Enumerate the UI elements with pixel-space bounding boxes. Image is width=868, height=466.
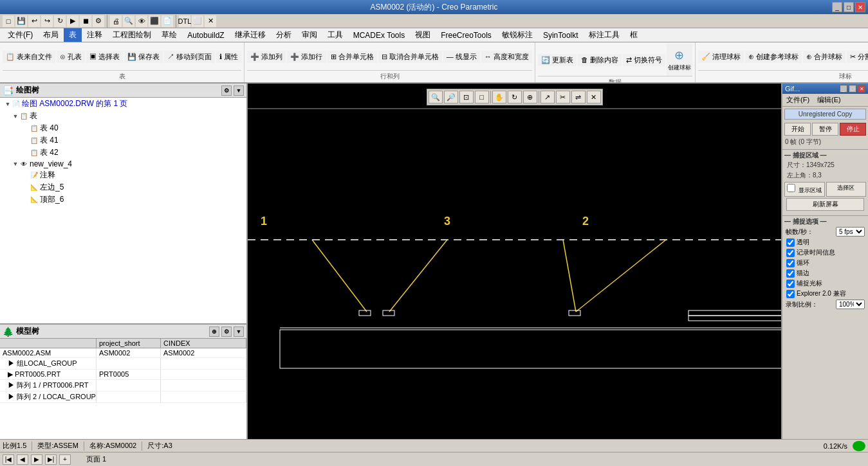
loop-checkbox[interactable] [786,259,795,267]
dtl-btn[interactable]: DTL [179,15,190,27]
menu-drawing[interactable]: 工程图绘制 [107,28,156,42]
btn-select-table[interactable]: ▣ 选择表 [86,51,123,63]
tree-item-table42[interactable]: ▶ 📋 表 42 [0,147,246,159]
show-area-btn[interactable]: 显示区域 [784,182,825,197]
btn-save-table[interactable]: 💾 保存表 [124,51,163,63]
mt-row-prt5[interactable]: ▶ PRT0005.PRT PRT0005 [0,370,246,380]
btn-properties[interactable]: ℹ 属性 [216,51,241,63]
menu-autobuild[interactable]: AutobuildZ [182,30,229,41]
gif-stop-btn[interactable]: 停止 [840,123,866,136]
tree-item-view4[interactable]: ▼ 👁 new_view_4 [0,159,246,169]
zoom-in-btn[interactable]: 🔍 [429,91,443,103]
tree-item-table41[interactable]: ▶ 📋 表 41 [0,134,246,147]
menu-sharp[interactable]: 敏锐标注 [497,28,538,42]
mt-row-array2[interactable]: ▶ 阵列 2 / LOCAL_GROUP_1 [0,391,246,403]
btn-height-width[interactable]: ↔ 高度和宽度 [481,51,532,63]
btn-unmerge-cells[interactable]: ⊟ 取消合并单元格 [378,51,442,63]
menu-file[interactable]: 文件(F) [3,28,38,42]
mirror-btn[interactable]: ⇌ [571,91,586,103]
layer-btn[interactable]: 📄 [162,15,173,27]
transparent-checkbox[interactable] [786,238,795,247]
btn-toggle-symbol[interactable]: ⇄ 切换符号 [623,54,665,66]
gif-minimize-btn[interactable]: _ [840,85,847,93]
mt-row-asm[interactable]: ASM0002.ASM ASM0002 ASM0002 [0,348,246,358]
edge-checkbox[interactable] [786,269,795,278]
tree-settings-icon[interactable]: ⚙ [221,85,232,96]
select-btn[interactable]: ↗ [540,91,555,103]
btn-create-ref-balloon[interactable]: ⊕ 创建参考球标 [745,51,802,63]
menu-view[interactable]: 视图 [410,28,436,42]
btn-update-table[interactable]: 🔄 更新表 [538,54,577,66]
minimize-button[interactable]: _ [832,2,842,12]
nav-last-btn[interactable]: ▶| [45,454,57,465]
menu-inherit[interactable]: 继承迁移 [230,28,271,42]
btn-hole-table[interactable]: ⊙ 孔表 [57,51,85,63]
btn-merge-cells[interactable]: ⊞ 合并单元格 [328,51,377,63]
mt-row-local[interactable]: ▶ 组LOCAL_GROUP [0,358,246,370]
zoom-fit-btn[interactable]: ⊡ [459,91,474,103]
zoom-window-btn[interactable]: □ [475,91,489,103]
menu-box[interactable]: 框 [625,28,643,42]
view-btn[interactable]: 👁 [136,15,147,27]
menu-markup[interactable]: 标注工具 [584,28,625,42]
tree-item-top6[interactable]: ▶ 📐 顶部_6 [0,193,246,206]
x-btn[interactable]: ✕ [205,15,216,27]
explorer-checkbox[interactable] [786,290,795,298]
model-tree-icon3[interactable]: ▼ [234,327,244,337]
gif-menu-edit[interactable]: 编辑(E) [813,94,845,106]
gif-pause-btn[interactable]: 暂停 [812,123,838,136]
save-btn[interactable]: 💾 [15,15,27,27]
close-button[interactable]: ✕ [855,2,865,12]
canvas-area[interactable]: 🔍 🔎 ⊡ □ ✋ ↻ ⊕ ↗ ✂ ⇌ ✕ 1 3 2 [248,84,781,439]
menu-freecreo[interactable]: FreeCreoTools [436,30,497,41]
tree-item-table[interactable]: ▼ 📋 表 [0,110,246,122]
menu-sketch[interactable]: 草绘 [156,28,182,42]
center-btn[interactable]: ⊕ [523,91,537,103]
nav-first-btn[interactable]: |◀ [3,454,14,465]
fps-select[interactable]: 5 fps 10 fps 15 fps [836,227,865,237]
cut-btn[interactable]: ✂ [556,91,570,103]
btn-add-row[interactable]: ➕ 添加行 [287,51,326,63]
menu-tools[interactable]: 工具 [322,28,348,42]
timestamp-checkbox[interactable] [786,249,795,257]
nav-next-btn[interactable]: ▶ [31,454,42,465]
undo-btn[interactable]: ↩ [28,15,40,27]
btn-merge-balloon[interactable]: ⊕ 合并球标 [803,51,845,63]
menu-syinto[interactable]: SyinToolkt [538,30,584,41]
regen-btn[interactable]: ↻ [54,15,66,27]
rotate-btn[interactable]: ↻ [508,91,522,103]
misc-btn[interactable]: ⬜ [192,15,203,27]
nav-add-btn[interactable]: + [59,454,71,465]
redo-btn[interactable]: ↪ [41,15,53,27]
gif-menu-file[interactable]: 文件(F) [782,94,813,106]
pan-btn[interactable]: ✋ [492,91,506,103]
delete-canvas-btn[interactable]: ✕ [587,91,601,103]
menu-annotation[interactable]: 注释 [82,28,107,42]
select-area-btn[interactable]: 选择区 [826,182,867,197]
zoom-btn[interactable]: 🔍 [123,15,134,27]
cursor-checkbox[interactable] [786,280,795,288]
model-tree-icon2[interactable]: ⚙ [221,327,232,337]
gif-maximize-btn[interactable]: □ [849,85,856,93]
btn-table-from-file[interactable]: 📋 表来自文件 [3,51,55,63]
tree-item-left5[interactable]: ▶ 📐 左边_5 [0,181,246,193]
mt-row-array1[interactable]: ▶ 阵列 1 / PRT0006.PRT [0,380,246,391]
tree-item-annotation[interactable]: ▶ 📝 注释 [0,169,246,181]
btn-add-col[interactable]: ➕ 添加列 [247,51,286,63]
print-btn[interactable]: 🖨 [110,15,122,27]
menu-layout[interactable]: 布局 [38,28,64,42]
tree-item-page[interactable]: ▼ 📄 绘图 ASM0002.DRW 的第 1 页 [0,98,246,110]
tools-btn[interactable]: ⚙ [93,15,104,27]
maximize-button[interactable]: □ [844,2,854,12]
btn-split-balloon[interactable]: ✂ 分割球标 [847,51,868,63]
wire-btn[interactable]: ⬛ [149,15,160,27]
show-area-checkbox[interactable] [787,184,795,192]
stop-btn[interactable]: ◼ [80,15,91,27]
nav-prev-btn[interactable]: ◀ [17,454,28,465]
btn-line-display[interactable]: — 线显示 [443,51,480,63]
gif-close-btn[interactable]: ✕ [858,85,865,93]
btn-clean-balloon[interactable]: 🧹 清理球标 [698,51,744,63]
menu-table[interactable]: 表 [64,28,82,42]
btn-move-to-page[interactable]: ↗ 移动到页面 [164,51,215,63]
menu-review[interactable]: 审阅 [297,28,322,42]
